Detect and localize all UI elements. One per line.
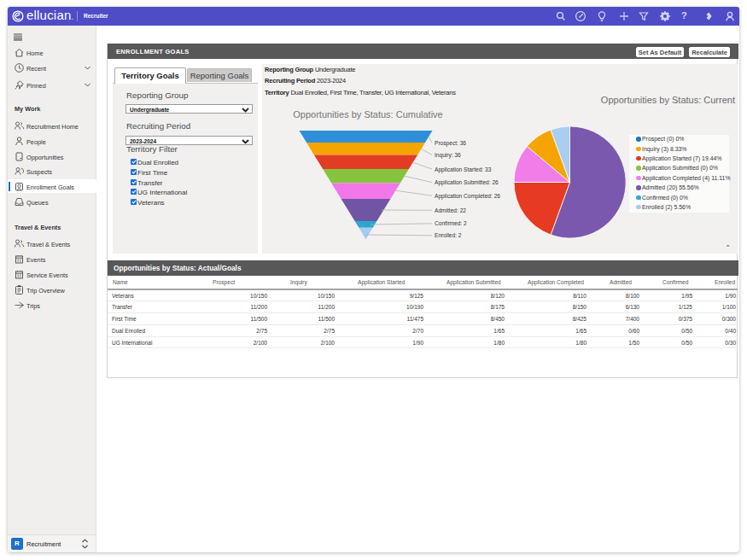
svg-text:Prospect: 36: Prospect: 36 [435,140,466,147]
svg-text:Application Completed: 26: Application Completed: 26 [435,193,500,200]
svg-text:Confirmed: 2: Confirmed: 2 [435,220,467,226]
svg-text:Application Submitted: 26: Application Submitted: 26 [435,179,499,186]
svg-text:Application Started: 33: Application Started: 33 [435,166,492,173]
svg-text:Enrolled: 2: Enrolled: 2 [435,232,462,238]
svg-text:Inquiry: 36: Inquiry: 36 [435,152,461,159]
svg-text:Admitted: 22: Admitted: 22 [435,207,466,213]
